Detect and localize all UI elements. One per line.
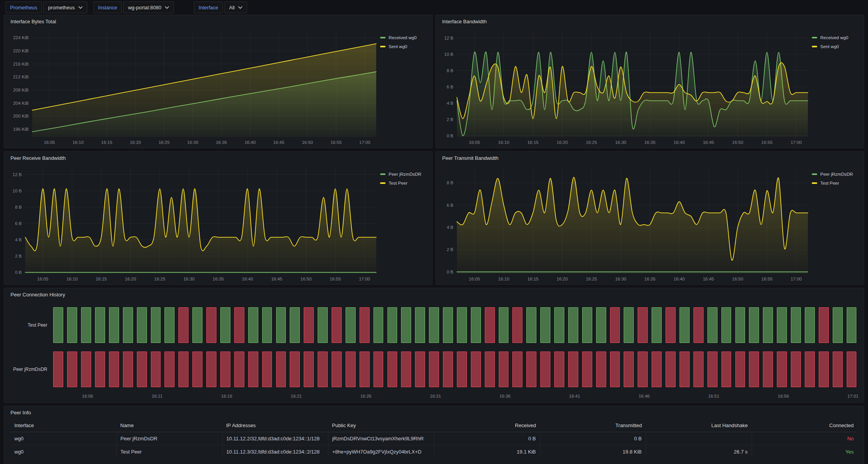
status-bar-disconnected: [512, 307, 522, 343]
status-bar-disconnected: [693, 307, 704, 343]
table-cell: [646, 432, 752, 445]
svg-text:16:30: 16:30: [187, 140, 199, 145]
status-bar-disconnected: [610, 307, 620, 343]
panel-interface-bandwidth: Interface Bandwidth 16:0516:1016:1516:20…: [436, 15, 864, 148]
column-header[interactable]: Name: [116, 419, 222, 432]
status-bar-disconnected: [387, 351, 398, 387]
column-header[interactable]: Interface: [10, 419, 116, 432]
legend-item[interactable]: Test Peer: [380, 181, 428, 185]
svg-text:4 B: 4 B: [15, 237, 22, 242]
status-bar-connected: [568, 307, 578, 343]
svg-text:16:40: 16:40: [674, 277, 685, 281]
status-bar-disconnected: [791, 351, 801, 387]
svg-text:220 KiB: 220 KiB: [13, 48, 29, 53]
panel-peer-info: Peer Info InterfaceNameIP AddressesPubli…: [4, 406, 864, 464]
column-header[interactable]: IP Addresses: [222, 419, 328, 432]
panel-title[interactable]: Peer Info: [4, 406, 864, 417]
status-bar-disconnected: [234, 351, 244, 387]
status-bar-disconnected: [666, 351, 676, 387]
svg-text:16:45: 16:45: [273, 140, 284, 145]
status-bar-disconnected: [610, 351, 620, 387]
status-axis-tick: 16:21: [290, 394, 302, 398]
status-bar-connected: [276, 307, 286, 343]
status-bar-disconnected: [346, 351, 356, 387]
status-bar-connected: [262, 307, 272, 343]
status-bar-disconnected: [81, 351, 91, 387]
column-header[interactable]: Transmitted: [540, 419, 646, 432]
status-bar-disconnected: [485, 351, 495, 387]
legend-label: Sent wg0: [389, 44, 407, 49]
status-bar-disconnected: [151, 351, 161, 387]
variable-prometheus-label: Prometheus: [5, 2, 42, 13]
status-bar-connected: [582, 307, 592, 343]
table-cell: 10.11.12.2/32,fdfd:d3ad:c0de:1234::1/128: [222, 432, 328, 445]
legend-item[interactable]: Received wg0: [380, 35, 428, 40]
status-bar-connected: [499, 307, 509, 343]
variable-interface: Interface All: [194, 2, 247, 13]
status-axis-tick: 16:26: [360, 394, 372, 398]
variable-interface-select[interactable]: All: [225, 2, 247, 13]
legend-item[interactable]: Peer jRzmDsDR: [812, 172, 860, 177]
status-bar-connected: [540, 307, 550, 343]
variable-interface-value: All: [229, 5, 235, 10]
status-axis-tick: 16:36: [500, 394, 511, 398]
chart-legend: Peer jRzmDsDRTest Peer: [811, 163, 861, 284]
svg-text:8 B: 8 B: [15, 205, 22, 209]
chart-legend: Received wg0Sent wg0: [379, 26, 430, 147]
column-header[interactable]: Last Handshake: [646, 419, 752, 432]
variable-prometheus-value: prometheus: [48, 5, 75, 10]
status-bar-disconnected: [638, 351, 648, 387]
svg-text:0 B: 0 B: [447, 133, 454, 138]
svg-text:16:50: 16:50: [302, 140, 313, 145]
legend-item[interactable]: Sent wg0: [380, 44, 428, 49]
status-bar-connected: [318, 307, 328, 343]
column-header[interactable]: Received: [434, 419, 540, 432]
status-bar-disconnected: [749, 351, 759, 387]
svg-text:10 B: 10 B: [12, 189, 22, 193]
status-bar-connected: [137, 307, 147, 343]
variable-interface-label: Interface: [194, 2, 223, 13]
status-row: Peer jRzmDsDR: [4, 351, 860, 388]
svg-text:16:55: 16:55: [761, 277, 773, 281]
column-header[interactable]: Public Key: [328, 419, 434, 432]
variable-prometheus-select[interactable]: prometheus: [43, 2, 87, 13]
status-bar-disconnected: [833, 351, 843, 387]
variable-prometheus: Prometheus prometheus: [5, 2, 87, 13]
status-bar-connected: [471, 307, 481, 343]
panel-title[interactable]: Peer Receive Bandwidth: [4, 152, 432, 163]
table-cell: Yes: [752, 445, 858, 459]
variable-instance-select[interactable]: wg-portal:8080: [123, 2, 174, 13]
status-bar-disconnected: [164, 351, 175, 387]
svg-text:16:25: 16:25: [586, 140, 597, 145]
legend-item[interactable]: Received wg0: [812, 35, 860, 40]
panel-title[interactable]: Peer Connection History: [4, 288, 864, 299]
status-row: Test Peer: [4, 306, 860, 344]
panel-title[interactable]: Interface Bytes Total: [4, 15, 432, 26]
svg-text:16:50: 16:50: [732, 277, 744, 281]
panel-title[interactable]: Interface Bandwidth: [436, 15, 864, 26]
table-cell: 19.8 KiB: [540, 445, 646, 459]
legend-item[interactable]: Peer jRzmDsDR: [380, 172, 428, 177]
status-bar-connected: [415, 307, 425, 343]
status-row-label: Peer jRzmDsDR: [4, 367, 53, 372]
status-axis-tick: 16:51: [708, 394, 719, 398]
svg-text:224 KiB: 224 KiB: [13, 35, 29, 40]
peer-transmit-bandwidth-chart: 16:0516:1016:1516:2016:2516:3016:3516:40…: [438, 163, 811, 284]
svg-text:12 B: 12 B: [12, 172, 22, 177]
table-cell: 0 B: [434, 432, 540, 445]
svg-text:16:55: 16:55: [330, 140, 342, 145]
panel-title[interactable]: Peer Transmit Bandwidth: [436, 152, 864, 163]
column-header[interactable]: Connected: [752, 419, 858, 432]
status-axis-tick: 16:56: [778, 394, 789, 398]
legend-item[interactable]: Sent wg0: [812, 44, 860, 49]
legend-swatch: [380, 37, 386, 38]
legend-item[interactable]: Test Peer: [812, 181, 860, 185]
svg-text:6 B: 6 B: [15, 221, 22, 226]
status-bar-disconnected: [540, 351, 550, 387]
svg-text:6 B: 6 B: [447, 203, 454, 208]
svg-text:208 KiB: 208 KiB: [13, 88, 29, 92]
status-bar-disconnected: [401, 351, 411, 387]
dashboard-grid: Interface Bytes Total 16:0516:1016:1516:…: [0, 15, 868, 464]
table-cell: jRzmDsDRVnwCt13vsyamXherk9L9RhR: [328, 432, 434, 445]
interface-bytes-total-chart: 16:0516:1016:1516:2016:2516:3016:3516:40…: [7, 26, 379, 147]
